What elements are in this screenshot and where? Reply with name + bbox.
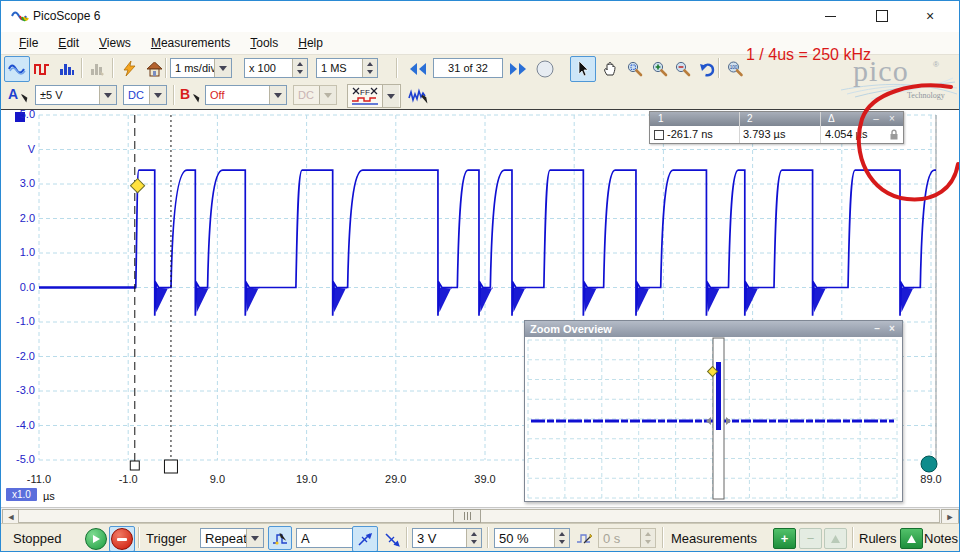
trigger-delay-spinner-disabled: 0 s <box>598 528 656 548</box>
menu-edit[interactable]: Edit <box>48 33 89 53</box>
spin-up-icon[interactable] <box>293 59 307 68</box>
trigger-marker-button[interactable] <box>268 526 292 550</box>
legend-close-button[interactable]: × <box>886 113 898 124</box>
spin-down-icon[interactable] <box>467 538 481 547</box>
channel-b-options-arrow-icon[interactable] <box>191 94 201 104</box>
zoom-full-button[interactable]: 100 <box>722 56 748 82</box>
notes-label: Notes <box>924 531 958 546</box>
filter-dropdown-button[interactable] <box>382 85 399 107</box>
signal-generator-button[interactable] <box>405 83 431 109</box>
lock-icon[interactable] <box>889 129 899 140</box>
select-tool-button[interactable] <box>570 56 596 82</box>
zoom-out-button[interactable] <box>670 56 696 82</box>
y-tick-label: 2.0 <box>3 212 35 224</box>
previous-buffer-button[interactable] <box>405 56 431 82</box>
undo-zoom-button[interactable] <box>694 56 720 82</box>
scrollbar-grip[interactable] <box>453 509 481 523</box>
legend-divider <box>820 112 821 126</box>
chevron-down-icon[interactable] <box>149 86 166 104</box>
pan-tool-button[interactable] <box>597 56 623 82</box>
timebase-select[interactable]: 1 ms/div <box>170 58 232 78</box>
lowpass-filter-button[interactable]: FF <box>348 85 382 107</box>
channel-b-range-select[interactable]: Off <box>205 85 287 105</box>
sample-count-spinner[interactable]: 1 MS <box>316 58 378 78</box>
falling-edge-icon <box>385 532 400 547</box>
spectrum-bars-icon <box>59 62 75 76</box>
channel-a-coupling-value: DC <box>124 89 149 101</box>
axis-zoom-badge[interactable]: x1.0 <box>6 488 37 501</box>
trigger-level-spinner[interactable]: 3 V <box>412 528 482 548</box>
start-capture-button[interactable] <box>85 528 107 550</box>
channel-a-options-arrow-icon[interactable] <box>19 94 29 104</box>
ruler-checkbox[interactable] <box>654 130 664 140</box>
add-measurement-button[interactable]: + <box>773 528 796 549</box>
persistence-mode-button[interactable] <box>29 56 55 82</box>
pretrigger-spinner[interactable]: 50 % <box>494 528 570 548</box>
x-axis-unit: µs <box>43 490 55 502</box>
horizontal-scrollbar[interactable]: ◄ ► <box>1 507 959 524</box>
ruler-2-value: 3.793 µs <box>743 128 785 140</box>
buffer-position-field[interactable]: 31 of 32 <box>433 58 503 78</box>
menu-measurements[interactable]: Measurements <box>141 33 240 53</box>
chevron-down-icon[interactable] <box>214 59 231 77</box>
auto-setup-button[interactable] <box>116 56 142 82</box>
trigger-mode-select[interactable]: Repeat <box>200 528 264 548</box>
next-buffer-button[interactable] <box>505 56 531 82</box>
minus-icon: − <box>807 531 815 546</box>
menu-tools[interactable]: Tools <box>240 33 288 53</box>
zoom-overview-window[interactable]: Zoom Overview – × <box>524 320 903 502</box>
channel-a-coupling-select[interactable]: DC <box>123 85 167 105</box>
ruler-legend-row: -261.7 ns 3.793 µs 4.054 µs <box>650 126 903 143</box>
capture-status: Stopped <box>13 531 61 546</box>
legend-divider <box>739 112 740 126</box>
sine-wave-icon <box>8 62 26 76</box>
time-ruler-2-handle[interactable] <box>164 460 177 473</box>
square-wave-icon <box>34 63 50 76</box>
toolbar-separator <box>396 58 398 78</box>
chevron-down-icon[interactable] <box>269 86 286 104</box>
scope-view[interactable]: 5.03.02.01.00.0-1.0-2.0-3.0-4.0-5.0V -11… <box>1 109 959 524</box>
menu-help[interactable]: Help <box>288 33 333 53</box>
rulers-button[interactable] <box>900 528 923 549</box>
falling-edge-button[interactable] <box>379 526 405 552</box>
rising-edge-button[interactable] <box>352 526 378 552</box>
ruler-legend[interactable]: 1 2 Δ – × -261.7 ns 3.793 µs 4.054 µs <box>649 111 904 144</box>
spin-up-icon[interactable] <box>467 529 481 538</box>
time-ruler-1-handle[interactable] <box>130 461 139 470</box>
chevron-down-icon[interactable] <box>99 86 116 104</box>
legend-minimize-button[interactable]: – <box>870 113 882 124</box>
spin-down-icon[interactable] <box>363 68 377 77</box>
marquee-zoom-button[interactable] <box>622 56 648 82</box>
chevron-down-icon[interactable] <box>246 529 263 547</box>
trigger-delay-button[interactable] <box>572 526 596 550</box>
minimize-button[interactable] <box>813 7 847 25</box>
buffer-navigator-button[interactable] <box>532 56 558 82</box>
spin-down-icon[interactable] <box>555 538 569 547</box>
compass-icon <box>536 60 554 78</box>
menu-views[interactable]: Views <box>89 33 141 53</box>
toolbar-separator <box>173 85 175 105</box>
zoom-overview-titlebar[interactable]: Zoom Overview – × <box>525 321 902 337</box>
persistence-options-button-disabled[interactable] <box>85 56 111 82</box>
home-button[interactable] <box>141 56 167 82</box>
scope-view-button[interactable] <box>4 56 30 82</box>
zoom-overview-close-button[interactable]: × <box>886 323 898 334</box>
maximize-button[interactable] <box>865 7 899 25</box>
spectrum-mode-button[interactable] <box>54 56 80 82</box>
trigger-marker[interactable] <box>130 179 144 193</box>
spin-up-icon[interactable] <box>363 59 377 68</box>
channel-b-label: B <box>180 86 190 102</box>
stop-capture-button[interactable] <box>109 526 135 552</box>
zoom-overview-minimize-button[interactable]: – <box>871 323 883 334</box>
spin-up-icon[interactable] <box>555 529 569 538</box>
zoom-factor-spinner[interactable]: x 100 <box>244 58 308 78</box>
x-tick-label: -11.0 <box>19 473 59 485</box>
teal-marker[interactable] <box>921 456 937 472</box>
zoom-overview-title: Zoom Overview <box>530 323 612 335</box>
channel-a-range-value: ±5 V <box>36 89 99 101</box>
close-button[interactable]: × <box>913 7 947 25</box>
channel-a-range-select[interactable]: ±5 V <box>35 85 117 105</box>
menu-file[interactable]: File <box>9 33 48 53</box>
spin-down-icon[interactable] <box>293 68 307 77</box>
toolbar-separator <box>81 58 83 78</box>
